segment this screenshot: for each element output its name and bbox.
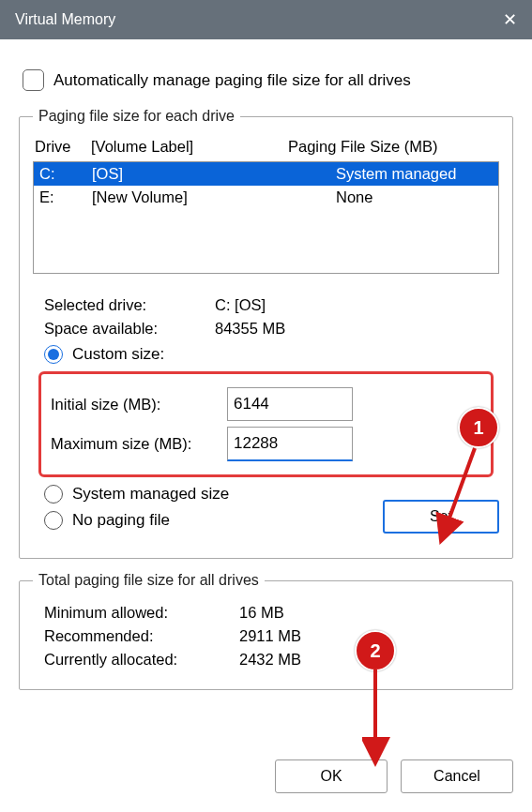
radio-system-label: System managed size (72, 485, 229, 504)
selected-drive-label: Selected drive: (44, 296, 215, 314)
recommended-label: Recommended: (44, 627, 239, 645)
radio-system-managed[interactable] (44, 485, 63, 504)
window-title: Virtual Memory (15, 11, 115, 28)
radio-custom-size[interactable] (44, 345, 63, 364)
auto-manage-checkbox[interactable] (23, 69, 44, 91)
drive-volume: [OS] (92, 165, 336, 183)
annotation-badge-1: 1 (458, 407, 499, 448)
set-button[interactable]: Set (383, 500, 499, 534)
cancel-button[interactable]: Cancel (401, 759, 513, 793)
maximum-size-label: Maximum size (MB): (51, 435, 227, 453)
initial-size-input[interactable] (227, 387, 353, 421)
space-available-label: Space available: (44, 320, 215, 338)
selected-drive-value: C: [OS] (215, 296, 266, 314)
col-size: Paging File Size (MB) (288, 138, 497, 156)
min-allowed-value: 16 MB (239, 604, 284, 622)
col-volume: [Volume Label] (91, 138, 288, 156)
custom-size-box: Initial size (MB): Maximum size (MB): (38, 371, 494, 477)
allocated-value: 2432 MB (239, 651, 301, 669)
radio-no-paging-label: No paging file (72, 511, 170, 530)
close-icon[interactable]: ✕ (503, 9, 517, 30)
ok-button[interactable]: OK (275, 759, 388, 793)
col-drive: Drive (35, 138, 91, 156)
totals-group: Total paging file size for all drives Mi… (19, 572, 513, 690)
maximum-size-input[interactable] (227, 427, 353, 461)
drive-letter: C: (39, 165, 92, 183)
auto-manage-label: Automatically manage paging file size fo… (53, 71, 411, 90)
drive-row[interactable]: C: [OS] System managed (34, 162, 498, 186)
drive-paging: None (336, 188, 493, 206)
drive-list[interactable]: C: [OS] System managed E: [New Volume] N… (33, 161, 499, 274)
initial-size-label: Initial size (MB): (51, 396, 227, 414)
radio-custom-label: Custom size: (72, 345, 164, 364)
drive-group-legend: Paging file size for each drive (33, 108, 240, 125)
allocated-label: Currently allocated: (44, 651, 239, 669)
totals-legend: Total paging file size for all drives (33, 572, 265, 589)
drive-paging: System managed (336, 165, 493, 183)
recommended-value: 2911 MB (239, 627, 301, 645)
drive-group: Paging file size for each drive Drive [V… (19, 108, 513, 559)
drive-volume: [New Volume] (92, 188, 336, 206)
min-allowed-label: Minimum allowed: (44, 604, 239, 622)
drive-letter: E: (39, 188, 92, 206)
annotation-badge-2: 2 (355, 630, 396, 671)
radio-no-paging[interactable] (44, 511, 63, 530)
space-available-value: 84355 MB (215, 320, 285, 338)
drive-row[interactable]: E: [New Volume] None (34, 186, 498, 209)
